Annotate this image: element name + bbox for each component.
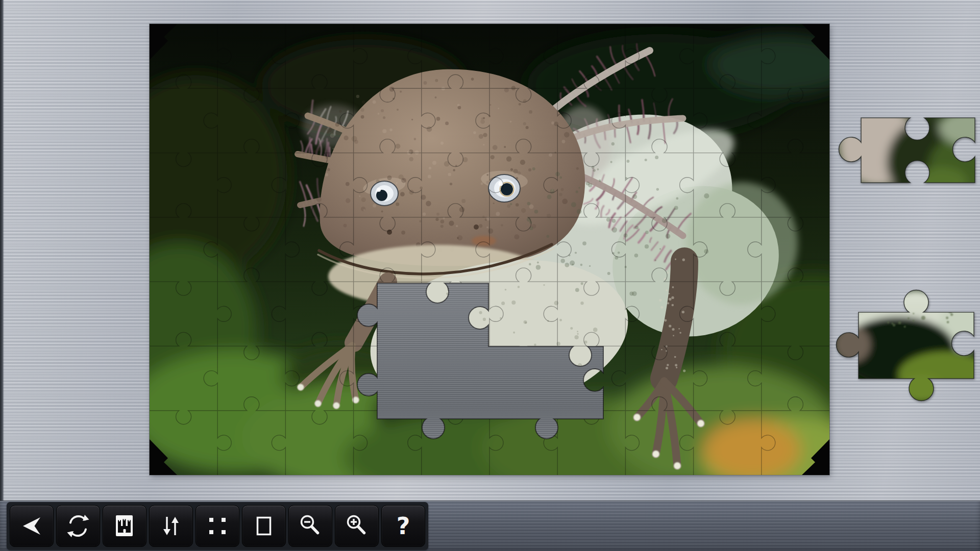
picture-preview-icon	[112, 514, 137, 538]
down-up-arrows-icon	[159, 514, 183, 538]
piece-holder-button[interactable]	[242, 505, 286, 547]
puzzle-photo	[150, 24, 829, 475]
select-all-pieces-button[interactable]	[195, 505, 239, 547]
magnifier-minus-icon	[298, 514, 323, 538]
zoom-out-button[interactable]	[288, 505, 332, 547]
toolbar: ?	[7, 502, 428, 550]
magnifier-plus-icon	[345, 514, 369, 538]
preview-button[interactable]	[103, 505, 146, 547]
restart-puzzle-button[interactable]	[56, 505, 100, 547]
help-button[interactable]: ?	[381, 505, 425, 547]
four-corners-icon	[205, 514, 230, 538]
circular-arrows-icon	[66, 514, 90, 538]
rearrange-pieces-button[interactable]	[149, 505, 193, 547]
puzzle-board[interactable]	[150, 24, 829, 475]
toolbar-band: ?	[0, 500, 980, 551]
rectangle-outline-icon	[252, 514, 276, 538]
back-button[interactable]	[10, 505, 54, 547]
nostril-right	[474, 224, 479, 230]
tray-piece-2[interactable]	[817, 278, 980, 403]
eye-left	[371, 181, 398, 206]
game-screen: ?	[0, 0, 980, 551]
back-arrow-icon	[19, 514, 44, 538]
eye-right	[488, 174, 520, 202]
zoom-in-button[interactable]	[335, 505, 379, 547]
question-mark-icon: ?	[397, 514, 410, 538]
tray-piece-1[interactable]	[817, 110, 980, 196]
screen-left-edge	[0, 0, 4, 551]
